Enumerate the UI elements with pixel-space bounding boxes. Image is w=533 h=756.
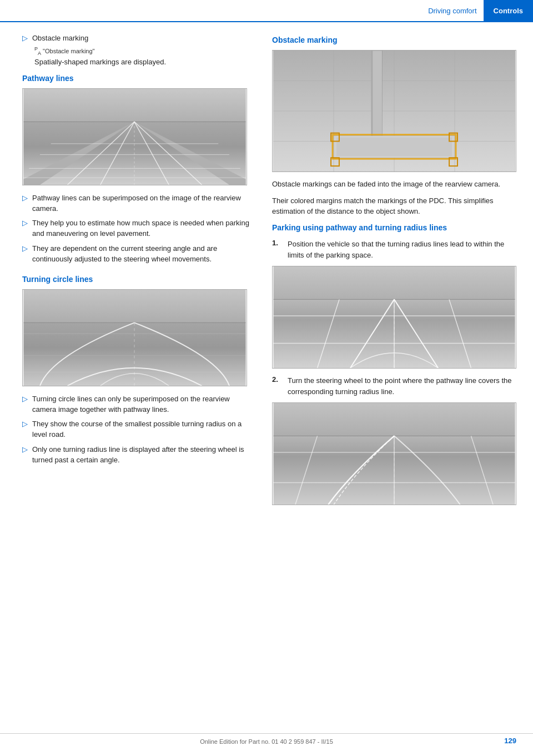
- bullet-arrow-icon-2: ▷: [22, 219, 28, 227]
- header-driving-comfort: Driving comfort: [428, 7, 483, 15]
- obstacle-marking-image: [272, 50, 516, 172]
- main-content: ▷ Obstacle marking PA "Obstacle marking"…: [0, 22, 533, 516]
- obstacle-intro-section: ▷ Obstacle marking PA "Obstacle marking"…: [22, 33, 255, 66]
- left-column: ▷ Obstacle marking PA "Obstacle marking"…: [22, 33, 255, 505]
- obstacle-marking-right-title: Obstacle marking: [272, 36, 516, 44]
- page-header: Driving comfort Controls: [0, 0, 533, 22]
- pathway-bullet-text-2: They help you to estimate how much space…: [32, 218, 255, 239]
- svg-rect-48: [273, 403, 515, 436]
- obstacle-desc-1: Obstacle markings can be faded into the …: [272, 179, 516, 190]
- obstacle-bullet-item: ▷ Obstacle marking: [22, 33, 255, 44]
- svg-rect-33: [336, 138, 452, 157]
- pathway-bullet-text-1: Pathway lines can be superimposed on the…: [32, 193, 255, 214]
- turning-bullet-1: ▷ Turning circle lines can only be super…: [22, 394, 255, 415]
- turning-bullets-section: ▷ Turning circle lines can only be super…: [22, 394, 255, 466]
- turning-circle-camera-image: [22, 289, 247, 386]
- svg-rect-15: [23, 290, 245, 322]
- pathway-bullet-1: ▷ Pathway lines can be superimposed on t…: [22, 193, 255, 214]
- spatially-text: Spatially-shaped markings are displayed.: [34, 58, 255, 66]
- bullet-arrow-icon: ▷: [22, 34, 28, 42]
- turning-bullet-text-3: Only one turning radius line is displaye…: [32, 445, 255, 466]
- header-controls-tab: Controls: [484, 0, 533, 21]
- parking-image-1: [272, 266, 516, 369]
- svg-rect-30: [372, 51, 382, 139]
- svg-rect-39: [273, 266, 515, 299]
- bullet-arrow-icon-1: ▷: [22, 194, 28, 202]
- svg-rect-1: [23, 89, 245, 122]
- footer-text: Online Edition for Part no. 01 40 2 959 …: [200, 738, 333, 745]
- turning-bullet-text-1: Turning circle lines can only be superim…: [32, 394, 255, 415]
- footer: Online Edition for Part no. 01 40 2 959 …: [0, 733, 533, 745]
- step-1-item: 1. Position the vehicle so that the turn…: [272, 239, 516, 260]
- svg-rect-16: [23, 322, 245, 386]
- pdc-icon-label: PA "Obstacle marking": [34, 48, 95, 54]
- pathway-bullet-3: ▷ They are dependent on the current stee…: [22, 244, 255, 265]
- svg-rect-31: [371, 51, 373, 139]
- pathway-camera-image: [22, 88, 247, 185]
- bullet-arrow-icon-t2: ▷: [22, 420, 28, 428]
- parking-image-2: [272, 402, 516, 505]
- pathway-bullets-section: ▷ Pathway lines can be superimposed on t…: [22, 193, 255, 265]
- bullet-arrow-icon-t3: ▷: [22, 445, 28, 453]
- obstacle-desc-2: Their colored margins match the markings…: [272, 195, 516, 217]
- parking-section-title: Parking using pathway and turning radius…: [272, 223, 516, 234]
- page-number: 129: [504, 737, 516, 745]
- obstacle-bullet-text: Obstacle marking: [32, 33, 88, 44]
- bullet-arrow-icon-3: ▷: [22, 244, 28, 253]
- pathway-lines-title: Pathway lines: [22, 74, 255, 83]
- turning-bullet-2: ▷ They show the course of the smallest p…: [22, 419, 255, 440]
- turning-bullet-text-2: They show the course of the smallest pos…: [32, 419, 255, 440]
- turning-circle-title: Turning circle lines: [22, 275, 255, 284]
- step-2-text: Turn the steering wheel to the point whe…: [288, 375, 516, 397]
- step-2-number: 2.: [272, 375, 282, 384]
- pathway-bullet-2: ▷ They help you to estimate how much spa…: [22, 218, 255, 239]
- step-1-number: 1.: [272, 239, 282, 247]
- right-column: Obstacle marking: [272, 33, 516, 505]
- bullet-arrow-icon-t1: ▷: [22, 395, 28, 403]
- step-2-item: 2. Turn the steering wheel to the point …: [272, 375, 516, 397]
- pathway-bullet-text-3: They are dependent on the current steeri…: [32, 244, 255, 265]
- step-1-text: Position the vehicle so that the turning…: [288, 239, 516, 260]
- turning-bullet-3: ▷ Only one turning radius line is displa…: [22, 445, 255, 466]
